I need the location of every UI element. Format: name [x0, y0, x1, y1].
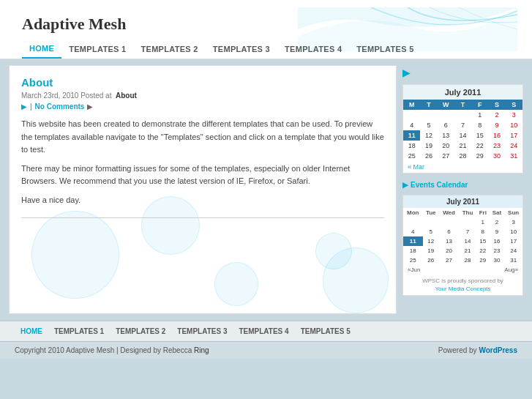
cal1-cell[interactable]: 17: [506, 130, 522, 141]
page-wrapper: Adaptive Mesh HOME TEMPLATES 1 TEMPLATES…: [0, 0, 532, 399]
cal2-cell[interactable]: 7: [459, 227, 476, 236]
cal2-cell[interactable]: 19: [423, 246, 440, 256]
cal1-cell[interactable]: 8: [471, 120, 488, 130]
cal1-cell[interactable]: 19: [420, 141, 437, 151]
nav-templates3[interactable]: TEMPLATES 3: [206, 40, 277, 58]
cal2-cell: [423, 217, 440, 227]
sidebar: ▶ July 2011 M T W T F S S: [402, 65, 523, 314]
no-comments-link[interactable]: No Comments: [35, 102, 85, 111]
sponsor-link[interactable]: Your Media Concepts: [435, 286, 490, 292]
cal2-cell[interactable]: 25: [403, 256, 423, 265]
cal2-cell[interactable]: 31: [504, 256, 522, 265]
cal2-nav: «Jun Aug»: [403, 265, 522, 275]
cal2-cell[interactable]: 11: [403, 236, 423, 246]
powered-by-text: Powered by WordPress: [438, 346, 517, 354]
footer-nav-templates3[interactable]: TEMPLATES 3: [171, 324, 233, 338]
cal2-header-sat: Sat: [490, 208, 505, 217]
cal2-cell[interactable]: 26: [423, 256, 440, 265]
post-title: About: [21, 76, 384, 89]
cal1-cell[interactable]: 30: [488, 151, 505, 161]
cal1-cell[interactable]: 27: [438, 151, 454, 161]
cal1-cell: [438, 110, 454, 120]
header-waves: [298, 7, 517, 51]
footer-nav-templates4[interactable]: TEMPLATES 4: [233, 324, 294, 338]
wordpress-link[interactable]: WordPress: [479, 346, 517, 354]
sidebar-toggle-arrow[interactable]: ▶: [402, 65, 523, 80]
cal1-cell[interactable]: 7: [454, 120, 471, 130]
cal1-cell[interactable]: 20: [438, 141, 454, 151]
cal2-cell[interactable]: 28: [459, 256, 476, 265]
nav-templates2[interactable]: TEMPLATES 2: [133, 40, 205, 58]
cal2-cell[interactable]: 13: [439, 236, 459, 246]
cal2-header-mon: Mon: [403, 208, 423, 217]
cal2-cell[interactable]: 18: [403, 246, 423, 256]
nav-templates1[interactable]: TEMPLATES 1: [61, 40, 133, 58]
cal2-next[interactable]: Aug»: [504, 266, 518, 273]
cal1-cell[interactable]: 12: [420, 130, 437, 141]
footer-nav-templates5[interactable]: TEMPLATES 5: [295, 324, 356, 338]
post-comments: ▶ | No Comments ▶: [21, 102, 384, 111]
cal1-cell[interactable]: 6: [438, 120, 454, 130]
footer-nav-templates2[interactable]: TEMPLATES 2: [110, 324, 171, 338]
cal1-cell[interactable]: 10: [506, 120, 522, 130]
cal2-cell[interactable]: 10: [504, 227, 522, 236]
cal2-cell[interactable]: 8: [476, 227, 490, 236]
cal1-prev[interactable]: « Mar: [408, 163, 424, 171]
cal1-cell[interactable]: 15: [471, 130, 488, 141]
cal2-cell[interactable]: 30: [490, 256, 505, 265]
cal1-cell[interactable]: 31: [506, 151, 522, 161]
cal1-cell[interactable]: 11: [403, 130, 420, 141]
cal2-cell[interactable]: 15: [476, 236, 490, 246]
cal2-cell[interactable]: 27: [439, 256, 459, 265]
cal2-cell[interactable]: 5: [423, 227, 440, 236]
cal2-cell[interactable]: 14: [459, 236, 476, 246]
cal2-cell[interactable]: 23: [490, 246, 505, 256]
cal2-prev[interactable]: «Jun: [408, 266, 420, 273]
cal2-cell[interactable]: 9: [490, 227, 505, 236]
cal1-cell[interactable]: 4: [403, 120, 420, 130]
cal1-cell[interactable]: 23: [488, 141, 505, 151]
cal1-header-m: M: [403, 100, 420, 110]
cal1-cell[interactable]: 16: [488, 130, 505, 141]
cal1-cell[interactable]: 14: [454, 130, 471, 141]
cal1-cell[interactable]: 9: [488, 120, 505, 130]
cal1-cell[interactable]: 22: [471, 141, 488, 151]
cal2-cell[interactable]: 4: [403, 227, 423, 236]
cal1-cell[interactable]: 3: [506, 110, 522, 120]
cal2-title: July 2011: [403, 195, 522, 208]
cal2-cell[interactable]: 22: [476, 246, 490, 256]
cal2-header-wed: Wed: [439, 208, 459, 217]
cal1-cell[interactable]: 29: [471, 151, 488, 161]
nav-home[interactable]: HOME: [22, 40, 61, 59]
cal2-cell[interactable]: 29: [476, 256, 490, 265]
cal2-cell[interactable]: 21: [459, 246, 476, 256]
content-box: About March 23rd, 2010 Posted at About ▶…: [9, 65, 397, 314]
events-calendar-link[interactable]: ▶ Events Calendar: [402, 178, 523, 190]
cal2-cell[interactable]: 16: [490, 236, 505, 246]
designer-link[interactable]: Ring: [194, 346, 209, 354]
cal1-cell[interactable]: 5: [420, 120, 437, 130]
footer-nav-home[interactable]: HOME: [15, 324, 48, 338]
cal1-cell[interactable]: 1: [471, 110, 488, 120]
cal1-cell[interactable]: 21: [454, 141, 471, 151]
cal1-cell[interactable]: 18: [403, 141, 420, 151]
cal2-cell[interactable]: 1: [476, 217, 490, 227]
cal2-cell[interactable]: 24: [504, 246, 522, 256]
cal1-cell[interactable]: 2: [488, 110, 505, 120]
cal1-cell[interactable]: 26: [420, 151, 437, 161]
copyright-text: Copyright 2010 Adaptive Mesh | Designed …: [15, 346, 209, 354]
cal1-cell[interactable]: 24: [506, 141, 522, 151]
cal1-cell[interactable]: 25: [403, 151, 420, 161]
post-meta: March 23rd, 2010 Posted at About: [21, 92, 384, 100]
cal2-cell[interactable]: 12: [423, 236, 440, 246]
cal2-cell[interactable]: 20: [439, 246, 459, 256]
cal2-cell[interactable]: 3: [504, 217, 522, 227]
footer-nav-templates1[interactable]: TEMPLATES 1: [48, 324, 110, 338]
cal1-header-f: F: [471, 100, 488, 110]
cal1-cell[interactable]: 28: [454, 151, 471, 161]
cal2-cell[interactable]: 2: [490, 217, 505, 227]
cal1-cell[interactable]: 13: [438, 130, 454, 141]
cal2-cell[interactable]: 6: [439, 227, 459, 236]
cal2-cell[interactable]: 17: [504, 236, 522, 246]
calendar-widget-2: July 2011 Mon Tue Wed Thu Fri Sat Sun: [402, 195, 523, 296]
